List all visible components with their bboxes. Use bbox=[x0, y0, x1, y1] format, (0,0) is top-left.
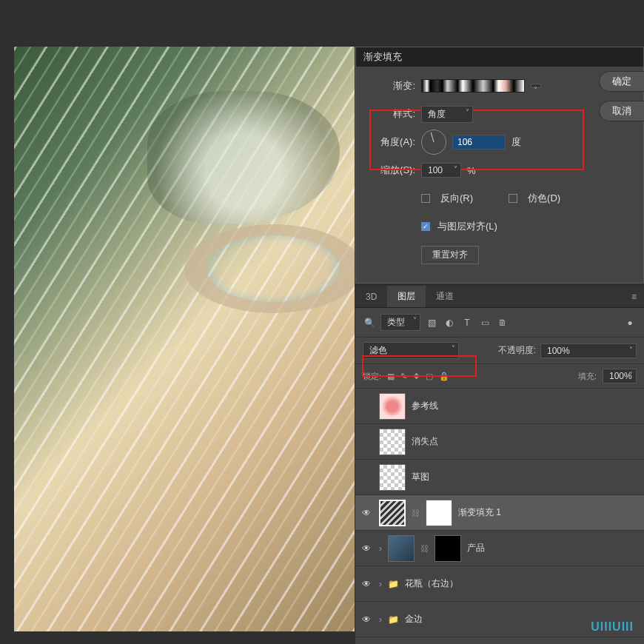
filter-adjust-icon[interactable]: ◐ bbox=[443, 318, 456, 328]
layer-list: 参考线 消失点 草图 👁 ⛓ 渐变填充 1 👁 › ⛓ 产品 � bbox=[355, 389, 644, 637]
reverse-label: 反向(R) bbox=[440, 192, 473, 205]
layer-name: 金边 bbox=[405, 613, 423, 625]
visibility-toggle[interactable]: 👁 bbox=[360, 543, 373, 554]
layer-thumb[interactable] bbox=[379, 429, 406, 455]
visibility-toggle[interactable]: 👁 bbox=[360, 508, 373, 518]
layer-name: 参考线 bbox=[412, 400, 438, 412]
angle-dial[interactable] bbox=[421, 130, 446, 155]
layer-name: 花瓶（右边） bbox=[405, 577, 458, 590]
filter-text-icon[interactable]: T bbox=[460, 318, 474, 328]
dither-label: 仿色(D) bbox=[528, 192, 560, 205]
dither-checkbox[interactable] bbox=[509, 194, 517, 203]
layer-name: 消失点 bbox=[412, 435, 438, 448]
reset-align-button[interactable]: 重置对齐 bbox=[421, 246, 479, 264]
highlight-box-blend bbox=[362, 355, 477, 377]
search-icon: 🔍 bbox=[363, 318, 376, 328]
highlight-box-style bbox=[369, 110, 584, 170]
canvas-preview[interactable] bbox=[14, 47, 355, 631]
layer-thumb[interactable] bbox=[379, 500, 406, 526]
opacity-label: 不透明度: bbox=[498, 344, 536, 357]
style-dropdown[interactable]: 角度 bbox=[421, 106, 473, 123]
gradient-dropdown[interactable] bbox=[531, 84, 541, 88]
filter-image-icon[interactable]: ▧ bbox=[425, 318, 438, 328]
layer-name: 产品 bbox=[467, 542, 485, 554]
align-label: 与图层对齐(L) bbox=[437, 220, 497, 233]
layers-panel: 3D 图层 通道 ≡ 🔍 类型 ▧ ◐ T ▭ 🗎 ● 滤色 不透明度: 100… bbox=[355, 286, 644, 644]
align-checkbox[interactable]: ✓ bbox=[421, 222, 430, 231]
layer-thumb[interactable] bbox=[379, 464, 406, 491]
tab-channels[interactable]: 通道 bbox=[426, 286, 464, 307]
layer-thumb[interactable] bbox=[379, 393, 406, 420]
fill-input[interactable]: 100% bbox=[603, 369, 637, 383]
link-icon[interactable]: ⛓ bbox=[420, 544, 429, 553]
expand-icon[interactable]: › bbox=[379, 543, 382, 554]
filter-shape-icon[interactable]: ▭ bbox=[478, 318, 492, 328]
fill-label: 填充: bbox=[578, 371, 597, 382]
cancel-button[interactable]: 取消 bbox=[599, 101, 644, 121]
panel-tabs: 3D 图层 通道 ≡ bbox=[355, 286, 644, 308]
gradient-label: 渐变: bbox=[369, 79, 415, 93]
filter-type-dropdown[interactable]: 类型 bbox=[380, 314, 420, 331]
opacity-input[interactable]: 100% bbox=[540, 343, 637, 358]
folder-icon: 📁 bbox=[388, 579, 399, 589]
layer-row[interactable]: 👁 › ⛓ 产品 bbox=[355, 531, 644, 566]
visibility-toggle[interactable]: 👁 bbox=[360, 579, 373, 589]
watermark: UIIIUIII bbox=[591, 620, 634, 634]
ok-button[interactable]: 确定 bbox=[599, 71, 644, 92]
tab-layers[interactable]: 图层 bbox=[387, 286, 426, 307]
canvas-artwork bbox=[147, 91, 340, 224]
layer-name: 渐变填充 1 bbox=[458, 506, 501, 519]
layer-row[interactable]: 消失点 bbox=[355, 424, 644, 460]
layer-thumb[interactable] bbox=[388, 535, 415, 562]
tab-3d[interactable]: 3D bbox=[355, 287, 387, 306]
expand-icon[interactable]: › bbox=[379, 614, 382, 625]
mask-thumb[interactable] bbox=[435, 535, 461, 562]
panel-menu-icon[interactable]: ≡ bbox=[624, 287, 644, 306]
gradient-preview[interactable] bbox=[421, 79, 525, 93]
link-icon[interactable]: ⛓ bbox=[412, 509, 420, 517]
layer-row[interactable]: 参考线 bbox=[355, 389, 644, 424]
scale-input[interactable]: 100 bbox=[421, 163, 461, 178]
folder-icon: 📁 bbox=[388, 614, 399, 625]
visibility-toggle[interactable]: 👁 bbox=[360, 614, 373, 625]
filter-toggle-icon[interactable]: ● bbox=[623, 318, 637, 328]
filter-smart-icon[interactable]: 🗎 bbox=[496, 318, 509, 328]
layer-row-selected[interactable]: 👁 ⛓ 渐变填充 1 bbox=[355, 495, 644, 531]
gradient-fill-dialog: 渐变填充 确定 取消 渐变: 样式: 角度 角度(A): 106 度 缩放(S)… bbox=[355, 47, 644, 284]
layer-row[interactable]: 草图 bbox=[355, 460, 644, 495]
layer-row[interactable]: 👁 › 📁 花瓶（右边） bbox=[355, 566, 644, 602]
dialog-title: 渐变填充 bbox=[356, 47, 643, 67]
layer-name: 草图 bbox=[412, 471, 429, 483]
layer-filter-bar: 🔍 类型 ▧ ◐ T ▭ 🗎 ● bbox=[355, 308, 644, 338]
reverse-checkbox[interactable] bbox=[421, 194, 430, 203]
mask-thumb[interactable] bbox=[426, 500, 452, 526]
expand-icon[interactable]: › bbox=[379, 579, 382, 589]
